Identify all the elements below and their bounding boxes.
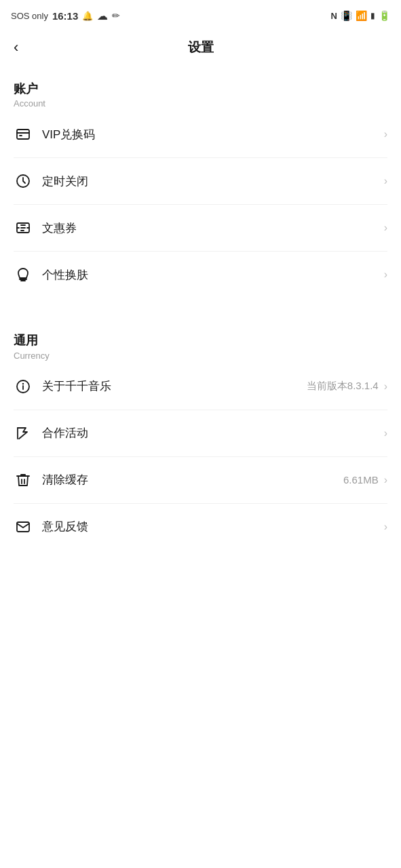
sos-text: SOS only <box>11 11 48 21</box>
coupon-icon <box>14 218 33 237</box>
general-section-header: 通用 Currency <box>0 317 401 363</box>
svg-rect-0 <box>17 130 29 139</box>
account-section-header: 账户 Account <box>0 65 401 111</box>
skin-item[interactable]: 个性换肤 › <box>0 252 401 298</box>
bell-icon: 🔔 <box>82 11 93 21</box>
skin-chevron: › <box>384 269 387 281</box>
vibrate-icon: 📳 <box>341 10 352 21</box>
battery-icon: 🔋 <box>379 10 390 21</box>
clear-cache-icon <box>14 471 33 490</box>
feedback-item[interactable]: 意见反馈 › <box>0 504 401 550</box>
general-title-en: Currency <box>14 351 387 361</box>
account-title-en: Account <box>14 98 387 108</box>
partner-label: 合作活动 <box>42 425 379 441</box>
timer-close-label: 定时关闭 <box>42 174 379 189</box>
wifi-icon: 📶 <box>356 10 367 21</box>
status-bar: SOS only 16:13 🔔 ☁ ✏ N 📳 📶 ▮ 🔋 <box>0 0 401 30</box>
edit-icon: ✏ <box>112 10 120 21</box>
signal-icon: ▮ <box>370 11 375 20</box>
about-icon <box>14 377 33 396</box>
vip-code-label: VIP兑换码 <box>42 127 379 142</box>
vip-code-chevron: › <box>384 128 387 140</box>
timer-close-item[interactable]: 定时关闭 › <box>0 158 401 204</box>
about-value: 当前版本8.3.1.4 <box>307 380 379 393</box>
coupon-item[interactable]: 文惠券 › <box>0 205 401 251</box>
account-title-cn: 账户 <box>14 81 387 97</box>
about-label: 关于千千音乐 <box>42 378 307 394</box>
skin-label: 个性换肤 <box>42 267 379 283</box>
back-button[interactable]: ‹ <box>14 40 18 55</box>
section-gap <box>0 298 401 317</box>
feedback-label: 意见反馈 <box>42 519 379 534</box>
clear-cache-chevron: › <box>384 474 387 486</box>
timer-close-chevron: › <box>384 175 387 187</box>
status-time: 16:13 <box>52 10 78 22</box>
page-title: 设置 <box>188 39 214 56</box>
partner-chevron: › <box>384 427 387 439</box>
coupon-chevron: › <box>384 222 387 234</box>
feedback-icon <box>14 517 33 536</box>
skin-icon <box>14 265 33 284</box>
clear-cache-value: 6.61MB <box>343 474 379 486</box>
vip-code-icon <box>14 125 33 144</box>
about-chevron: › <box>384 380 387 393</box>
status-left: SOS only 16:13 🔔 ☁ ✏ <box>11 9 120 22</box>
cloud-icon: ☁ <box>97 9 108 22</box>
vip-code-item[interactable]: VIP兑换码 › <box>0 111 401 157</box>
coupon-label: 文惠券 <box>42 220 379 236</box>
partner-item[interactable]: 合作活动 › <box>0 410 401 456</box>
timer-close-icon <box>14 172 33 191</box>
clear-cache-label: 清除缓存 <box>42 472 343 488</box>
status-right: N 📳 📶 ▮ 🔋 <box>331 10 390 21</box>
clear-cache-item[interactable]: 清除缓存 6.61MB › <box>0 457 401 503</box>
about-item[interactable]: 关于千千音乐 当前版本8.3.1.4 › <box>0 363 401 410</box>
nfc-icon: N <box>331 11 337 21</box>
general-title-cn: 通用 <box>14 333 387 349</box>
feedback-chevron: › <box>384 521 387 533</box>
partner-icon <box>14 424 33 443</box>
page-header: ‹ 设置 <box>0 30 401 65</box>
